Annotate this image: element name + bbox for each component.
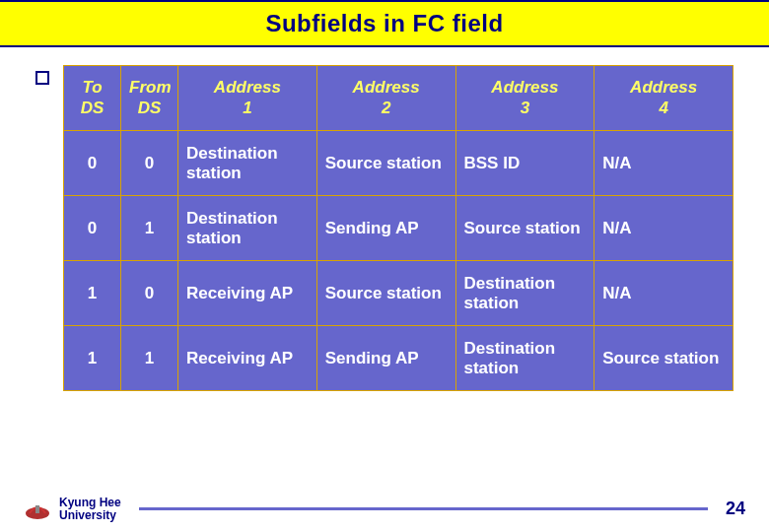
footer: Kyung Hee University 24 — [0, 497, 769, 522]
university-line1: Kyung Hee — [59, 497, 121, 509]
cell-address-3: Source station — [455, 196, 594, 261]
cell-from-ds: 1 — [121, 196, 178, 261]
cell-address-3: BSS ID — [455, 131, 594, 196]
cell-to-ds: 0 — [64, 131, 121, 196]
header-address-4: Address4 — [594, 66, 734, 131]
footer-divider — [139, 507, 708, 510]
cell-address-4: Source station — [594, 326, 734, 391]
cell-address-4: N/A — [594, 196, 734, 261]
svg-rect-1 — [35, 505, 39, 513]
cell-address-1: Destination station — [178, 196, 317, 261]
bullet-icon — [35, 71, 49, 85]
cell-address-1: Destination station — [178, 131, 317, 196]
page-number: 24 — [726, 499, 745, 519]
header-to-ds: ToDS — [64, 66, 121, 131]
cell-address-1: Receiving AP — [178, 326, 317, 391]
university-line2: University — [59, 509, 121, 522]
table-header-row: ToDS FromDS Address1 Address2 Address3 A… — [64, 66, 734, 131]
title-bar: Subfields in FC field — [0, 0, 769, 47]
fc-subfields-table: ToDS FromDS Address1 Address2 Address3 A… — [63, 65, 734, 391]
university-name: Kyung Hee University — [59, 497, 121, 522]
cell-address-4: N/A — [594, 261, 734, 326]
cell-address-2: Sending AP — [316, 326, 455, 391]
cell-from-ds: 0 — [121, 261, 178, 326]
cell-to-ds: 0 — [64, 196, 121, 261]
cell-address-2: Sending AP — [316, 196, 455, 261]
table-container: ToDS FromDS Address1 Address2 Address3 A… — [63, 65, 734, 391]
cell-address-1: Receiving AP — [178, 261, 317, 326]
table-row: 0 1 Destination station Sending AP Sourc… — [64, 196, 734, 261]
university-logo-icon — [24, 498, 51, 521]
table-row: 0 0 Destination station Source station B… — [64, 131, 734, 196]
cell-address-2: Source station — [316, 131, 455, 196]
cell-address-3: Destination station — [455, 261, 594, 326]
cell-from-ds: 0 — [121, 131, 178, 196]
header-address-1: Address1 — [178, 66, 317, 131]
header-address-3: Address3 — [455, 66, 594, 131]
table-row: 1 1 Receiving AP Sending AP Destination … — [64, 326, 734, 391]
table-row: 1 0 Receiving AP Source station Destinat… — [64, 261, 734, 326]
cell-address-4: N/A — [594, 131, 734, 196]
cell-address-2: Source station — [316, 261, 455, 326]
header-address-2: Address2 — [316, 66, 455, 131]
cell-to-ds: 1 — [64, 261, 121, 326]
cell-address-3: Destination station — [455, 326, 594, 391]
header-from-ds: FromDS — [121, 66, 178, 131]
cell-from-ds: 1 — [121, 326, 178, 391]
content-area: ToDS FromDS Address1 Address2 Address3 A… — [0, 47, 769, 391]
slide-title: Subfields in FC field — [265, 10, 503, 37]
cell-to-ds: 1 — [64, 326, 121, 391]
